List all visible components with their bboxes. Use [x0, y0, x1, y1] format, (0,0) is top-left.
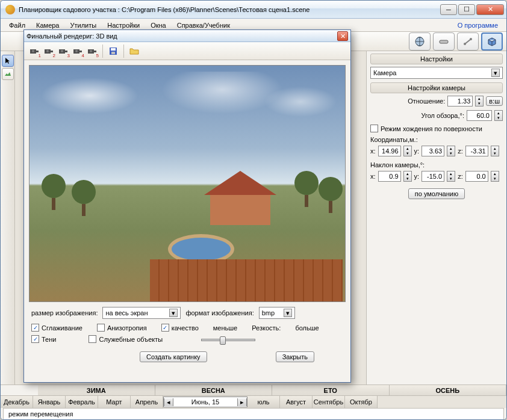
dialog-title: Финальный рендериг: 3D вид	[26, 32, 337, 40]
sharpness-label: Резкость:	[252, 324, 281, 332]
season-spring[interactable]: ВЕСНА	[155, 385, 273, 395]
coord-z-input[interactable]: -3.31	[465, 146, 488, 156]
titlebar[interactable]: Планировщик садового участка : C:\Progra…	[1, 1, 506, 19]
walk-mode-checkbox[interactable]	[370, 125, 378, 132]
y-label: y:	[414, 147, 420, 155]
month-item[interactable]: Апрель	[131, 396, 163, 408]
current-date-stepper[interactable]: ◂ Июнь, 15 ▸	[163, 397, 247, 407]
svg-point-8	[46, 50, 49, 52]
menu-file[interactable]: Файл	[4, 20, 30, 30]
prev-arrow-icon[interactable]: ◂	[164, 398, 173, 406]
month-item[interactable]: Март	[98, 396, 131, 408]
season-winter[interactable]: ЗИМА	[38, 385, 155, 395]
tilt-label: Наклон камеры,°:	[370, 161, 503, 168]
tool-globe-icon[interactable]	[409, 32, 431, 51]
maximize-button[interactable]: ☐	[458, 4, 475, 15]
camera-preset-2-icon[interactable]: 2	[42, 45, 55, 58]
menu-about[interactable]: О программе	[453, 20, 503, 30]
anisotropy-checkbox[interactable]	[97, 324, 105, 332]
month-item[interactable]: Декабрь	[1, 396, 33, 408]
camera-preset-3-icon[interactable]: 3	[57, 45, 70, 58]
month-item[interactable]: Январь	[33, 396, 66, 408]
tilt-z-input[interactable]: 0.0	[465, 171, 488, 182]
svg-rect-9	[51, 51, 53, 52]
menu-help[interactable]: Справка/Учебник	[172, 20, 235, 30]
main-window: Планировщик садового участка : C:\Progra…	[0, 0, 507, 420]
quality-checkbox[interactable]: ✓	[161, 324, 169, 332]
coords-label: Координаты,м.:	[370, 136, 503, 143]
menu-utilities[interactable]: Утилиты	[66, 20, 102, 30]
antialias-checkbox[interactable]: ✓	[31, 324, 39, 332]
settings-category-dropdown[interactable]: Камера ▾	[370, 67, 503, 79]
folder-icon[interactable]	[128, 45, 141, 58]
image-format-label: формат изображения:	[185, 309, 254, 317]
svg-rect-12	[65, 51, 67, 52]
timeline-bar: ЗИМА ВЕСНА ЕТО ОСЕНЬ Декабрь Январь Февр…	[1, 384, 506, 419]
tilt-x-spinner[interactable]: ▴▾	[403, 171, 412, 182]
svg-rect-6	[36, 51, 39, 52]
dialog-close-button[interactable]: ✕	[337, 31, 348, 41]
create-image-button[interactable]: Создать картинку	[140, 351, 207, 362]
tilt-z-spinner[interactable]: ▴▾	[491, 171, 499, 182]
fov-spinner[interactable]: ▴▾	[494, 110, 503, 121]
shadows-checkbox[interactable]: ✓	[31, 335, 39, 343]
antialias-label: Сглаживание	[42, 324, 82, 332]
shadows-label: Тени	[42, 336, 56, 343]
properties-panel: Настройки Камера ▾ Настройки камеры Отно…	[366, 51, 506, 384]
menu-windows[interactable]: Окна	[146, 20, 171, 30]
month-item[interactable]: Сентябрь	[313, 396, 345, 408]
coord-z-spinner[interactable]: ▴▾	[491, 146, 499, 156]
ratio-input[interactable]: 1.33	[447, 96, 473, 107]
menu-settings[interactable]: Настройки	[102, 20, 145, 30]
svg-rect-18	[94, 51, 96, 52]
close-dialog-button[interactable]: Закрыть	[276, 351, 314, 362]
month-item[interactable]: юль	[247, 396, 280, 408]
camera-settings-header: Настройки камеры	[370, 82, 503, 93]
default-button[interactable]: по умолчанию	[408, 188, 465, 199]
season-summer[interactable]: ЕТО	[272, 385, 390, 395]
fov-input[interactable]: 60.0	[467, 110, 492, 121]
sharpness-slider[interactable]	[201, 339, 255, 341]
coord-x-input[interactable]: 14.96	[378, 146, 401, 156]
tilt-x-input[interactable]: 0.9	[378, 171, 401, 182]
landscape-tool-icon[interactable]	[2, 68, 14, 80]
settings-header: Настройки	[370, 54, 503, 64]
month-item[interactable]: Август	[280, 396, 313, 408]
dropdown-value: Камера	[373, 69, 396, 76]
save-icon[interactable]	[107, 45, 120, 58]
image-format-dropdown[interactable]: bmp ▾	[259, 307, 295, 319]
svg-point-14	[75, 50, 78, 52]
camera-preset-4-icon[interactable]: 4	[71, 45, 84, 58]
camera-preset-5-icon[interactable]: 5	[86, 45, 99, 58]
coord-y-spinner[interactable]: ▴▾	[447, 146, 455, 156]
next-arrow-icon[interactable]: ▸	[237, 398, 247, 406]
status-text: режим перемещения	[8, 410, 73, 418]
camera-preset-1-icon[interactable]: 1	[28, 45, 41, 58]
minimize-button[interactable]: ─	[440, 4, 457, 15]
chevron-down-icon: ▾	[169, 309, 178, 317]
menu-camera[interactable]: Камера	[31, 20, 64, 30]
ratio-mode-button[interactable]: в:ш	[486, 96, 503, 106]
service-objects-checkbox[interactable]	[89, 335, 96, 343]
dialog-titlebar[interactable]: Финальный рендериг: 3D вид ✕	[24, 30, 350, 42]
z-label: z:	[458, 147, 463, 155]
chevron-down-icon: ▾	[284, 309, 292, 317]
coord-y-input[interactable]: 3.63	[421, 146, 444, 156]
month-item[interactable]: Октябр	[345, 396, 378, 408]
tool-pipe-icon[interactable]	[433, 32, 455, 51]
image-size-dropdown[interactable]: на весь экран ▾	[102, 307, 181, 319]
walk-mode-label: Режим хождения по поверхности	[381, 125, 482, 132]
coord-x-spinner[interactable]: ▴▾	[403, 146, 412, 156]
ratio-spinner[interactable]: ▴▾	[475, 96, 484, 107]
pointer-tool-icon[interactable]	[2, 55, 14, 67]
tool-connector-icon[interactable]	[457, 32, 479, 51]
tool-cube-icon[interactable]	[481, 32, 503, 51]
season-autumn[interactable]: ОСЕНЬ	[390, 385, 507, 395]
fov-label: Угол обзора,°:	[421, 112, 464, 119]
close-button[interactable]: ✕	[476, 4, 504, 15]
month-item[interactable]: Февраль	[66, 396, 98, 408]
tilt-y-label: y:	[414, 173, 420, 180]
svg-point-11	[61, 50, 63, 52]
tilt-y-spinner[interactable]: ▴▾	[447, 171, 455, 182]
tilt-y-input[interactable]: -15.0	[421, 171, 444, 182]
